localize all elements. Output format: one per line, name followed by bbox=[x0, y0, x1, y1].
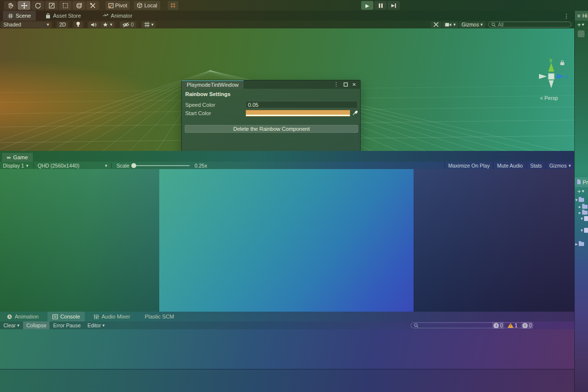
shading-mode-dropdown[interactable]: Shaded ▾ bbox=[1, 22, 51, 28]
tab-audio-mixer[interactable]: Audio Mixer bbox=[89, 312, 135, 321]
scene-search-input[interactable]: All bbox=[488, 22, 571, 27]
hand-tool-button[interactable] bbox=[4, 1, 17, 10]
project-tree-item[interactable]: ▸ bbox=[579, 210, 588, 215]
collapse-icon: ▾ bbox=[581, 228, 583, 233]
info-count-badge[interactable]: ! 0 bbox=[492, 322, 504, 329]
local-label: Local bbox=[144, 2, 157, 8]
project-icon bbox=[577, 180, 581, 184]
svg-text:Y: Y bbox=[147, 24, 149, 27]
scene-viewport[interactable]: y z < Persp PlaymodeTintWindow bbox=[0, 28, 574, 151]
scene-orientation-gizmo[interactable]: y z < Persp bbox=[534, 58, 573, 104]
tab-plastic-scm[interactable]: Plastic SCM bbox=[140, 312, 179, 321]
scale-slider-knob[interactable] bbox=[131, 163, 136, 168]
move-tool-button[interactable] bbox=[18, 1, 30, 10]
error-count-badge[interactable]: ! 0 bbox=[521, 322, 533, 329]
hierarchy-scroll-thumb[interactable] bbox=[578, 30, 585, 37]
error-icon: ! bbox=[522, 323, 528, 328]
eyedropper-icon[interactable] bbox=[352, 110, 358, 116]
rotate-tool-button[interactable] bbox=[31, 1, 44, 10]
scene-view-toolbar: Shaded ▾ 2D ▾ 0 Y ▾ bbox=[0, 21, 574, 28]
scene-grid-dropdown[interactable]: Y ▾ bbox=[142, 22, 156, 28]
scale-tool-button[interactable] bbox=[45, 1, 58, 10]
transform-tool-button[interactable] bbox=[73, 1, 85, 10]
scene-effects-dropdown[interactable]: ▾ bbox=[100, 22, 115, 28]
console-collapse-button[interactable]: Collapse bbox=[23, 321, 50, 329]
game-gizmos-dropdown[interactable]: Gizmos▾ bbox=[545, 162, 574, 169]
scene-camera-dropdown[interactable]: ▾ bbox=[442, 22, 458, 28]
scene-search-placeholder: All bbox=[498, 22, 504, 27]
perspective-mode-button[interactable]: < Persp bbox=[540, 95, 558, 101]
console-error-pause-button[interactable]: Error Pause bbox=[49, 321, 84, 329]
2d-toggle-button[interactable]: 2D bbox=[57, 22, 68, 28]
local-toggle-button[interactable]: Local bbox=[134, 1, 160, 10]
right-dock-strip: ≡ Hi +▾ Pr +▾ ▾ ▸ ▸ ▾ ▾ ▸ bbox=[574, 11, 588, 392]
project-tree-item[interactable]: ▸ bbox=[579, 204, 588, 209]
scale-label: Scale bbox=[117, 163, 129, 169]
project-tree-item[interactable]: ▾ bbox=[581, 228, 588, 233]
bottom-tab-bar: Animation Console Audio Mixer Plastic SC… bbox=[0, 312, 574, 321]
game-view-area bbox=[0, 169, 574, 312]
tab-game[interactable]: ∞ Game bbox=[2, 153, 33, 162]
rect-icon bbox=[62, 2, 69, 9]
unity-editor-window: Pivot Local ▶ ▶ Scene Asset Store bbox=[0, 0, 588, 392]
tint-window-tab[interactable]: PlaymodeTintWindow bbox=[182, 80, 244, 89]
window-close-icon[interactable]: ✕ bbox=[352, 82, 356, 87]
pivot-toggle-button[interactable]: Pivot bbox=[105, 1, 130, 10]
scene-lighting-button[interactable] bbox=[74, 22, 83, 28]
scene-panel-menu-icon[interactable]: ⋮ bbox=[564, 13, 569, 20]
camera-icon bbox=[445, 23, 452, 27]
project-tree-item[interactable]: ▾ bbox=[581, 216, 588, 221]
effects-icon bbox=[102, 22, 108, 27]
display-dropdown[interactable]: Display 1 ▾ bbox=[0, 162, 31, 169]
resolution-dropdown[interactable]: QHD (2560x1440) ▾ bbox=[36, 163, 109, 169]
axis-y-label: y bbox=[549, 57, 552, 63]
rect-tool-button[interactable] bbox=[59, 1, 72, 10]
delete-rainbow-button[interactable]: Delete the Rainbow Component bbox=[185, 125, 358, 133]
tab-asset-store[interactable]: Asset Store bbox=[41, 11, 86, 21]
tab-scene[interactable]: Scene bbox=[3, 11, 36, 21]
stats-button[interactable]: Stats bbox=[526, 162, 545, 169]
warning-count: 1 bbox=[514, 322, 517, 328]
window-menu-icon[interactable]: ⋮ bbox=[334, 81, 339, 88]
maximize-on-play-button[interactable]: Maximize On Play bbox=[444, 162, 493, 169]
tab-hierarchy[interactable]: ≡ Hi bbox=[575, 11, 588, 21]
folder-icon bbox=[582, 211, 588, 215]
hierarchy-add-button[interactable]: +▾ bbox=[575, 21, 588, 28]
grid-snap-button[interactable] bbox=[168, 1, 178, 10]
scene-tab-bar: Scene Asset Store Animator ⋮ bbox=[0, 11, 574, 21]
dropdown-icon: ▾ bbox=[582, 22, 585, 27]
play-button[interactable]: ▶ bbox=[361, 1, 373, 10]
step-button[interactable]: ▶ bbox=[388, 1, 400, 10]
custom-tool-button[interactable] bbox=[86, 1, 99, 10]
speed-color-field[interactable]: 0.05 bbox=[245, 101, 358, 108]
tab-animator[interactable]: Animator bbox=[98, 11, 137, 21]
tab-console[interactable]: Console bbox=[48, 312, 85, 321]
scene-audio-button[interactable] bbox=[88, 22, 99, 28]
project-add-button[interactable]: +▾ bbox=[575, 187, 584, 195]
console-clear-dropdown[interactable]: Clear▾ bbox=[0, 321, 23, 329]
tab-project[interactable]: Pr bbox=[575, 177, 588, 187]
dropdown-icon: ▾ bbox=[26, 163, 28, 168]
scale-slider[interactable] bbox=[133, 165, 190, 166]
scale-value: 0.25x bbox=[195, 163, 207, 169]
scene-gizmos-dropdown[interactable]: Gizmos ▾ bbox=[459, 22, 485, 28]
window-maximize-icon[interactable] bbox=[343, 82, 348, 87]
file-icon bbox=[584, 216, 588, 221]
transform-icon bbox=[76, 2, 82, 9]
folder-icon bbox=[582, 205, 588, 209]
project-tree-item[interactable]: ▸ bbox=[575, 242, 584, 246]
start-color-swatch[interactable] bbox=[245, 110, 350, 117]
mute-audio-button[interactable]: Mute Audio bbox=[493, 162, 526, 169]
scene-tools-button[interactable] bbox=[431, 22, 441, 28]
game-viewport[interactable] bbox=[159, 169, 414, 312]
dropdown-icon: ▾ bbox=[453, 22, 456, 27]
console-editor-dropdown[interactable]: Editor▾ bbox=[84, 321, 108, 329]
tint-window-titlebar[interactable]: PlaymodeTintWindow ⋮ ✕ bbox=[182, 80, 360, 89]
lock-icon[interactable] bbox=[560, 60, 565, 66]
console-log-list[interactable] bbox=[0, 329, 574, 369]
tab-animation[interactable]: Animation bbox=[2, 312, 44, 321]
scene-visibility-button[interactable]: 0 bbox=[120, 22, 136, 28]
warning-count-badge[interactable]: 1 bbox=[506, 322, 519, 329]
project-tree-item[interactable]: ▾ bbox=[575, 197, 584, 202]
pause-button[interactable] bbox=[374, 1, 387, 10]
